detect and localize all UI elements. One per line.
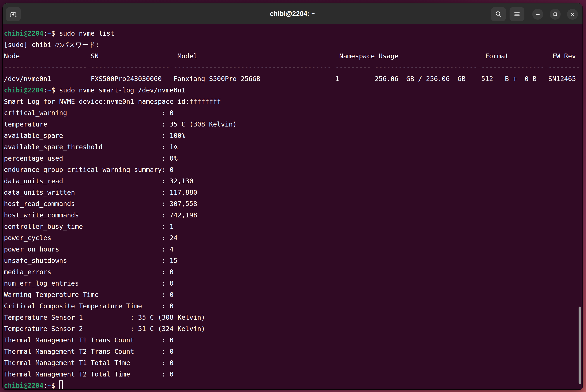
terminal-output[interactable]: chibi@2204:~$ sudo nvme list[sudo] chibi… (2, 24, 583, 390)
terminal-line: --------------------- ------------------… (4, 62, 583, 73)
terminal-line: unsafe_shutdowns : 15 (4, 255, 583, 266)
menu-button[interactable] (510, 7, 525, 21)
terminal-line: critical_warning : 0 (4, 107, 583, 119)
close-icon (569, 10, 576, 18)
scrollbar-thumb[interactable] (579, 306, 581, 384)
terminal-line: Thermal Management T1 Trans Count : 0 (4, 334, 583, 346)
maximize-button[interactable] (550, 9, 561, 20)
terminal-line: available_spare_threshold : 1% (4, 141, 583, 153)
terminal-line: host_write_commands : 742,198 (4, 210, 583, 221)
terminal-line: media_errors : 0 (4, 266, 583, 278)
terminal-line: Node SN Model Namespace Usage Format FW … (4, 50, 583, 62)
terminal-line: chibi@2204:~$ sudo nvme smart-log /dev/n… (4, 84, 583, 96)
minimize-icon (534, 11, 541, 18)
titlebar[interactable]: chibi@2204: ~ (2, 3, 583, 24)
terminal-line: Thermal Management T1 Total Time : 0 (4, 357, 583, 368)
terminal-line: chibi@2204:~$ sudo nvme list (4, 28, 583, 39)
terminal-line: power_cycles : 24 (4, 232, 583, 244)
terminal-line: available_spare : 100% (4, 130, 583, 141)
terminal-line: Thermal Management T2 Trans Count : 0 (4, 346, 583, 357)
terminal-cursor (59, 380, 63, 390)
terminal-line: Temperature Sensor 1 : 35 C (308 Kelvin) (4, 312, 583, 323)
terminal-line: percentage_used : 0% (4, 153, 583, 164)
terminal-line: Warning Temperature Time : 0 (4, 289, 583, 300)
search-icon (495, 10, 502, 18)
terminal-window: chibi@2204: ~ (2, 3, 583, 390)
terminal-line: Smart Log for NVME device:nvme0n1 namesp… (4, 96, 583, 107)
terminal-line: num_err_log_entries : 0 (4, 278, 583, 289)
maximize-icon (552, 11, 559, 18)
hamburger-menu-icon (513, 10, 521, 18)
search-button[interactable] (491, 7, 506, 21)
terminal-line: Temperature Sensor 2 : 51 C (324 Kelvin) (4, 323, 583, 334)
terminal-line: controller_busy_time : 1 (4, 221, 583, 232)
terminal-line: [sudo] chibi のパスワード: (4, 39, 583, 50)
terminal-line: /dev/nvme0n1 FXS500Pro243030060 Fanxiang… (4, 73, 583, 84)
terminal-line: data_units_read : 32,130 (4, 176, 583, 187)
terminal-line: temperature : 35 C (308 Kelvin) (4, 119, 583, 130)
terminal-line: host_read_commands : 307,558 (4, 198, 583, 210)
terminal-line: endurance group critical warning summary… (4, 164, 583, 176)
terminal-line: Critical Composite Temperature Time : 0 (4, 300, 583, 312)
minimize-button[interactable] (532, 9, 543, 20)
terminal-line: power_on_hours : 4 (4, 244, 583, 255)
terminal-line: chibi@2204:~$ (4, 380, 583, 390)
close-button[interactable] (567, 9, 578, 20)
terminal-line: data_units_written : 117,880 (4, 187, 583, 198)
terminal-line: Thermal Management T2 Total Time : 0 (4, 368, 583, 380)
